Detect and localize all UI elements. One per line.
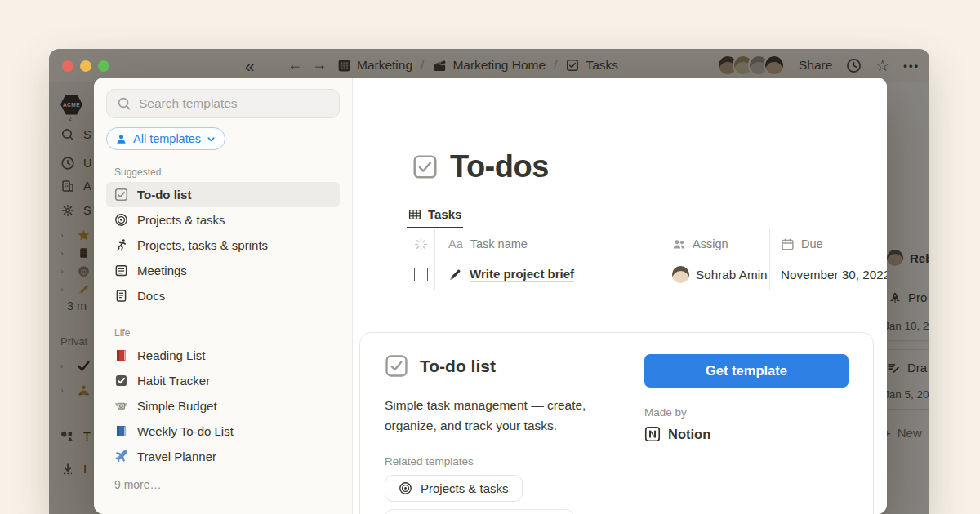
search-icon [117,96,131,111]
assignee-cell[interactable]: Sohrab Amin [662,259,770,290]
template-title: To-do list [420,357,496,376]
search-input[interactable] [139,96,329,111]
template-item-label: To-do list [137,188,191,202]
tab-label: Tasks [428,207,461,221]
template-item-label: Docs [137,289,165,303]
template-item-simple-budget[interactable]: Simple Budget [106,393,340,419]
document-icon [114,289,128,304]
runner-icon [114,238,128,253]
task-title: Write project brief [470,267,574,282]
template-item-docs[interactable]: Docs [106,283,340,308]
window-controls [62,60,109,72]
template-item-habit-tracker[interactable]: Habit Tracker [106,368,340,393]
column-label: Assign [693,237,728,250]
template-item-label: Travel Planner [137,450,216,463]
zoom-window-button[interactable] [98,60,109,72]
related-templates-label: Related templates [385,455,604,467]
task-name-cell[interactable]: Write project brief [435,259,662,290]
target-icon [114,213,128,228]
airplane-icon [114,450,128,464]
template-details-card: To-do list Simple task management — crea… [359,332,874,514]
template-description: Simple task management — create, organiz… [385,396,604,436]
column-label: Due [801,237,823,250]
view-tabbar: Tasks [407,202,887,228]
template-item-label: Habit Tracker [137,374,210,388]
template-preview: To-dos Tasks Aa Task name Assign [353,78,887,514]
section-label-life: Life [114,327,340,339]
column-label: Task name [470,237,528,250]
close-window-button[interactable] [62,60,74,72]
section-label-suggested: Suggested [114,166,340,178]
template-item-label: Meetings [137,264,187,277]
column-header-task-name[interactable]: Aa Task name [435,229,662,259]
template-item-label: Projects & tasks [137,213,225,227]
todo-checkbox[interactable] [414,268,428,281]
tab-tasks[interactable]: Tasks [407,202,463,228]
assignee-name: Sohrab Amin [696,268,768,282]
search-templates-field[interactable] [106,89,340,118]
table-header-row: Aa Task name Assign Due [407,229,887,259]
template-item-label: Projects, tasks & sprints [137,238,268,252]
template-item-todo-list[interactable]: To-do list [106,182,340,207]
pen-icon [448,268,462,281]
template-item-label: Simple Budget [137,399,217,413]
more-templates-link[interactable]: 9 more… [114,478,340,491]
spinner-icon [414,237,428,251]
related-template-label: Projects & tasks [421,481,509,495]
blue-book-icon [114,424,128,439]
details-title-row: To-do list [385,354,604,378]
template-item-label: Weekly To-do List [137,424,234,438]
template-picker-modal: All templates Suggested To-do list Proje… [94,78,887,514]
notion-logo-icon [644,426,661,442]
all-templates-filter[interactable]: All templates [106,127,225,150]
money-wings-icon [114,399,128,414]
author-name: Notion [668,427,710,442]
template-item-meetings[interactable]: Meetings [106,258,340,283]
checkbox-template-icon [385,354,408,378]
table-corner-cell [407,229,435,259]
chevron-down-icon [207,135,216,144]
column-header-assign[interactable]: Assign [662,229,770,259]
related-template-chip[interactable]: Projects & tasks [385,475,523,502]
checkbox-icon [114,188,128,202]
author-row[interactable]: Notion [644,426,849,442]
get-template-button[interactable]: Get template [644,354,849,388]
due-date-cell[interactable]: November 30, 2022 [770,259,887,290]
assignee-avatar [672,266,689,283]
row-checkbox-cell [407,259,435,290]
calendar-icon [781,237,795,251]
related-template-chip-partial[interactable] [385,509,574,514]
details-right: Get template Made by Notion [644,354,849,514]
check-button-icon [114,374,128,388]
notepad-icon [114,264,128,278]
details-left: To-do list Simple task management — crea… [385,354,604,514]
filter-label: All templates [133,132,201,145]
template-item-reading-list[interactable]: Reading List [106,343,340,368]
template-item-label: Reading List [137,348,205,362]
text-property-icon: Aa [448,237,463,250]
person-icon [115,133,127,145]
table-row[interactable]: Write project brief Sohrab Amin November… [407,259,887,290]
checkbox-page-icon [412,154,438,179]
tasks-table: Aa Task name Assign Due Write [407,229,887,290]
page-title-row: To-dos [412,149,549,184]
due-date: November 30, 2022 [781,268,887,282]
minimize-window-button[interactable] [80,60,91,72]
template-item-weekly-todo-list[interactable]: Weekly To-do List [106,419,340,444]
template-item-travel-planner[interactable]: Travel Planner [106,444,340,469]
made-by-label: Made by [644,406,849,419]
column-header-due[interactable]: Due [770,229,887,259]
template-item-projects-tasks[interactable]: Projects & tasks [106,207,340,233]
template-item-projects-tasks-sprints[interactable]: Projects, tasks & sprints [106,233,340,258]
red-book-icon [114,348,128,363]
people-icon [672,237,686,251]
target-icon [399,481,412,495]
template-sidebar: All templates Suggested To-do list Proje… [94,78,353,514]
table-view-icon [408,208,421,221]
page-title: To-dos [450,149,549,184]
